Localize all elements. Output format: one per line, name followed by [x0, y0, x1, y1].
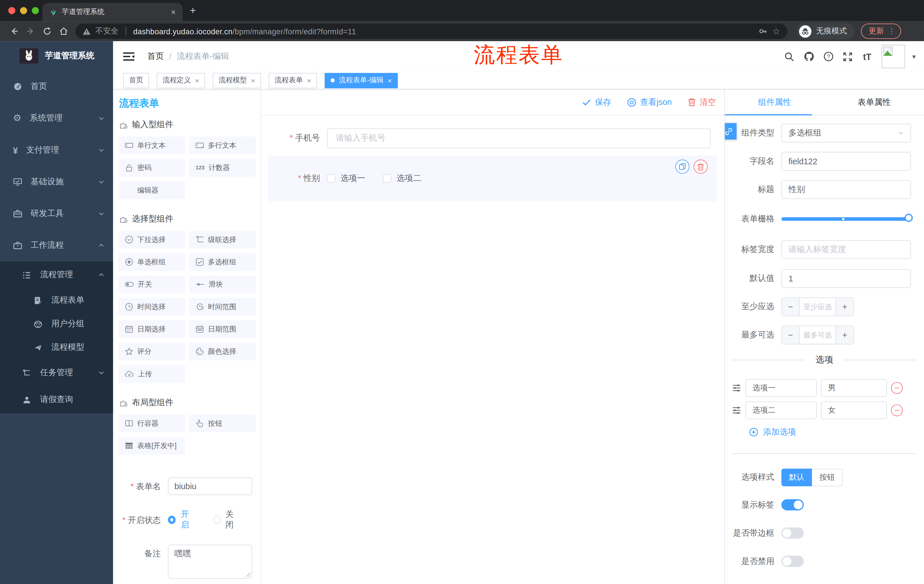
remark-textarea[interactable]: 嘿嘿	[168, 545, 252, 579]
zoom-window-button[interactable]	[32, 7, 39, 14]
add-option-button[interactable]: 添加选项	[749, 427, 924, 438]
browser-tab[interactable]: 芋道管理系统 ×	[42, 3, 183, 21]
disabled-switch[interactable]	[781, 556, 804, 567]
status-off-radio[interactable]: 关闭	[213, 509, 239, 530]
component-single-line-text[interactable]: 单行文本	[118, 137, 185, 154]
min-select-input[interactable]: 至少应选	[800, 298, 836, 316]
default-value-input[interactable]: 1	[781, 269, 911, 288]
component-upload[interactable]: 上传	[118, 365, 185, 383]
sidebar-item-system[interactable]: ⚙ 系统管理	[0, 102, 113, 134]
sidebar-item-process-mgmt[interactable]: 流程管理	[0, 262, 113, 289]
component-time-picker[interactable]: 时间选择	[118, 298, 185, 316]
close-icon[interactable]: ×	[388, 76, 392, 85]
tag-process-model[interactable]: 流程模型×	[213, 72, 261, 88]
fullscreen-icon[interactable]	[838, 51, 857, 61]
tab-component-props[interactable]: 组件属性	[725, 89, 824, 115]
form-grid-slider[interactable]	[781, 210, 911, 229]
close-icon[interactable]: ×	[251, 76, 255, 85]
breadcrumb-home[interactable]: 首页	[147, 51, 164, 62]
sidebar-item-task-mgmt[interactable]: 任务管理	[0, 359, 113, 386]
sidebar-item-leave-query[interactable]: 请假查询	[0, 386, 113, 413]
component-row-container[interactable]: 行容器	[118, 415, 185, 432]
field-name-input[interactable]: field122	[781, 152, 911, 171]
tag-home[interactable]: 首页	[123, 72, 149, 88]
component-cascader[interactable]: 级联选择	[189, 231, 256, 248]
url-path[interactable]: /bpm/manager/form/edit?formId=11	[233, 27, 356, 36]
tab-form-props[interactable]: 表单属性	[825, 89, 924, 115]
sidebar-item-home[interactable]: 首页	[0, 71, 113, 102]
font-size-icon[interactable]: tT	[857, 51, 877, 61]
show-label-switch[interactable]	[781, 499, 804, 510]
delete-component-button[interactable]	[693, 160, 708, 173]
option-value-input[interactable]: 女	[821, 401, 887, 419]
component-date-picker[interactable]: 日期选择	[118, 320, 185, 338]
style-button-button[interactable]: 按钮	[812, 469, 843, 486]
option-value-input[interactable]: 男	[821, 379, 887, 397]
new-tab-button[interactable]: +	[190, 3, 196, 18]
component-editor[interactable]: 编辑器	[118, 181, 185, 199]
component-password[interactable]: 密码	[118, 159, 185, 176]
canvas-field-gender-selected[interactable]: 性别 选项一 选项二	[268, 155, 717, 201]
sidebar-item-payment[interactable]: ¥ 支付管理	[0, 134, 113, 166]
drag-handle-icon[interactable]	[732, 383, 741, 393]
sidebar-item-devtools[interactable]: 研发工具	[0, 198, 113, 229]
forward-icon[interactable]	[22, 26, 39, 36]
option-name-input[interactable]: 选项二	[745, 401, 817, 419]
increase-button[interactable]: +	[836, 326, 853, 344]
form-name-input[interactable]: biubiu	[168, 477, 252, 495]
component-switch[interactable]: 开关	[118, 275, 185, 293]
back-icon[interactable]	[6, 26, 23, 36]
drag-handle-icon[interactable]	[732, 406, 741, 415]
close-icon[interactable]: ×	[307, 76, 311, 85]
help-icon[interactable]: ?	[818, 51, 838, 62]
reload-icon[interactable]	[39, 26, 56, 36]
max-select-input[interactable]: 最多可选	[800, 326, 836, 344]
duplicate-component-button[interactable]	[675, 160, 689, 173]
canvas-field-phone[interactable]: 手机号 请输入手机号	[261, 128, 711, 148]
component-counter[interactable]: 123 计数器	[189, 159, 256, 176]
sidebar-item-user-group[interactable]: 用户分组	[0, 312, 113, 336]
browser-update-button[interactable]: 更新 ⋮	[861, 23, 901, 39]
sidebar-item-infra[interactable]: 基础设施	[0, 166, 113, 198]
component-table-dev[interactable]: 表格[开发中]	[118, 437, 185, 454]
increase-button[interactable]: +	[836, 298, 853, 316]
decrease-button[interactable]: −	[782, 326, 800, 344]
checkbox-icon[interactable]	[327, 174, 335, 183]
link-tab[interactable]	[724, 123, 736, 140]
sidebar-item-workflow[interactable]: 工作流程	[0, 230, 113, 262]
component-button[interactable]: 按钮	[189, 415, 256, 432]
gender-option-1[interactable]: 选项一	[327, 173, 365, 184]
decrease-button[interactable]: −	[782, 298, 800, 316]
minimize-window-button[interactable]	[20, 7, 27, 14]
password-key-icon[interactable]	[758, 26, 767, 36]
component-type-select[interactable]: 多选框组	[781, 124, 911, 143]
not-secure-warning-icon[interactable]	[82, 28, 91, 35]
title-input[interactable]: 性别	[781, 180, 911, 199]
remove-option-button[interactable]: −	[891, 382, 903, 394]
component-select[interactable]: 下拉选择	[118, 231, 185, 248]
view-json-button[interactable]: 查看json	[627, 97, 672, 107]
slider-track[interactable]	[781, 217, 911, 220]
window-controls[interactable]	[8, 7, 39, 14]
phone-input[interactable]: 请输入手机号	[327, 128, 711, 148]
tag-process-definition[interactable]: 流程定义×	[157, 72, 205, 88]
resize-grip-icon[interactable]	[245, 572, 251, 577]
security-label[interactable]: 不安全	[96, 26, 118, 36]
gender-option-2[interactable]: 选项二	[383, 173, 421, 184]
avatar-caret-icon[interactable]: ▼	[911, 53, 917, 60]
address-bar[interactable]: 不安全 dashboard.yudao.iocoder.cn/bpm/manag…	[76, 23, 787, 39]
status-on-radio[interactable]: 开启	[168, 509, 194, 530]
component-slider[interactable]: 滑块	[189, 275, 256, 293]
save-button[interactable]: 保存	[582, 97, 611, 107]
clear-button[interactable]: 清空	[688, 97, 716, 107]
tab-close-icon[interactable]: ×	[171, 8, 176, 16]
remove-option-button[interactable]: −	[891, 405, 903, 416]
slider-handle[interactable]	[904, 214, 913, 222]
component-checkbox-group[interactable]: 多选框组	[189, 253, 256, 271]
label-width-input[interactable]: 请输入标签宽度	[781, 240, 911, 259]
url-host[interactable]: dashboard.yudao.iocoder.cn	[133, 27, 233, 36]
close-icon[interactable]: ×	[195, 76, 199, 85]
sidebar-collapse-icon[interactable]	[123, 52, 134, 61]
avatar[interactable]	[882, 45, 905, 68]
style-default-button[interactable]: 默认	[781, 469, 812, 486]
